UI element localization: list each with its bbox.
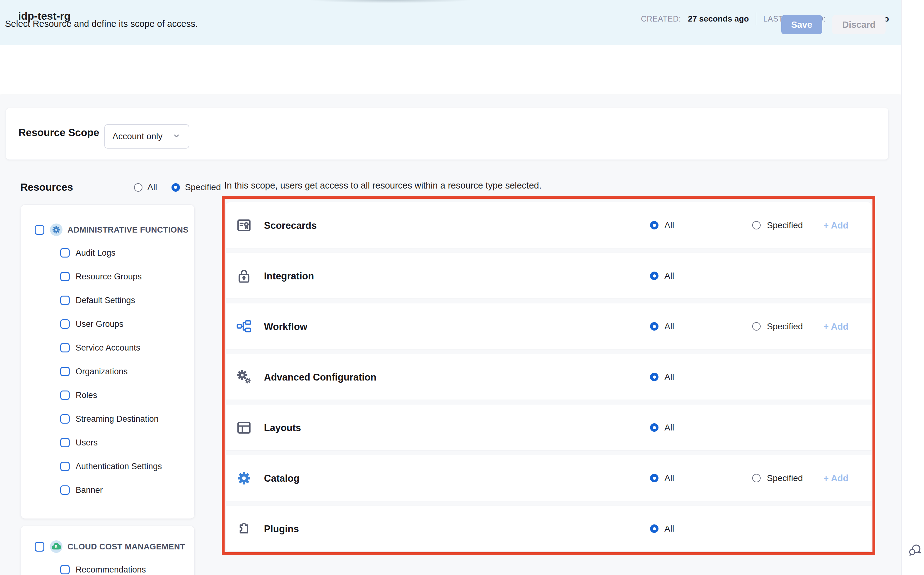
scope-row-catalog: Catalog All Specified+ Add — [226, 455, 871, 501]
item-label: Default Settings — [76, 295, 135, 305]
scope-row-workflow: Workflow All Specified+ Add — [226, 303, 871, 349]
scope-row-advanced-configuration: Advanced Configuration All — [226, 354, 871, 400]
row-radio-all-label[interactable]: All — [664, 423, 674, 433]
row-radio-all[interactable] — [650, 524, 658, 533]
scope-row-scorecards: Scorecards All Specified+ Add — [226, 202, 871, 248]
item-checkbox[interactable] — [60, 295, 70, 305]
scope-info-text: In this scope, users get access to all r… — [224, 180, 542, 191]
resource-type-item: Default Settings — [21, 288, 194, 312]
item-checkbox[interactable] — [60, 438, 70, 447]
resource-type-item: User Groups — [21, 312, 194, 336]
resource-type-item: Users — [21, 431, 194, 454]
resource-scope-value: Account only — [112, 132, 166, 141]
scope-row-plugins: Plugins All — [226, 506, 871, 551]
resource-type-item: Service Accounts — [21, 336, 194, 360]
row-radio-specified-label[interactable]: Specified — [767, 321, 803, 332]
row-radio-all-label[interactable]: All — [664, 372, 674, 382]
created-value: 27 seconds ago — [688, 14, 749, 24]
resource-type-item: Streaming Destination — [21, 407, 194, 431]
resource-scope-card: Resource Scope Account only — [6, 108, 889, 160]
row-radio-specified-label[interactable]: Specified — [767, 221, 803, 230]
item-label: Organizations — [76, 367, 128, 376]
group-checkbox[interactable] — [35, 225, 45, 235]
action-toolbar — [0, 46, 901, 94]
resources-radio-specified-label[interactable]: Specified — [185, 182, 221, 192]
group-name: CLOUD COST MANAGEMENT — [67, 542, 185, 551]
scorecards-icon — [236, 217, 252, 233]
row-radio-specified[interactable] — [752, 221, 761, 229]
item-checkbox[interactable] — [60, 462, 70, 471]
lock-icon — [236, 268, 252, 284]
item-label: Resource Groups — [76, 272, 142, 281]
resources-title: Resources — [20, 181, 73, 193]
resource-scope-dropdown[interactable]: Account only — [104, 124, 189, 149]
resource-group-card-1: ADMINISTRATIVE FUNCTIONS Audit Logs Reso… — [21, 205, 194, 519]
resource-row-label: Layouts — [264, 423, 301, 434]
row-radio-specified-label[interactable]: Specified — [767, 473, 803, 483]
item-label: User Groups — [76, 319, 123, 329]
row-radio-all[interactable] — [650, 272, 658, 280]
resources-radio-specified[interactable] — [172, 183, 180, 192]
row-add-link[interactable]: + Add — [824, 473, 848, 483]
resource-group-card-2: $ CLOUD COST MANAGEMENT Recommendations — [21, 526, 194, 575]
resource-type-item: Roles — [21, 383, 194, 407]
row-radio-all[interactable] — [650, 474, 658, 482]
resource-type-item: Authentication Settings — [21, 454, 194, 478]
resource-row-label: Catalog — [264, 473, 300, 484]
resource-type-item: Organizations — [21, 360, 194, 383]
item-checkbox[interactable] — [60, 414, 70, 424]
item-checkbox[interactable] — [60, 367, 70, 376]
row-radio-all-label[interactable]: All — [664, 524, 674, 534]
item-checkbox[interactable] — [60, 319, 70, 329]
item-checkbox[interactable] — [60, 272, 70, 281]
chat-bubbles-icon[interactable] — [907, 543, 922, 557]
gear-solid-icon — [236, 470, 252, 486]
row-radio-all[interactable] — [650, 423, 658, 432]
row-radio-specified[interactable] — [752, 474, 761, 482]
resources-radio-all[interactable] — [134, 183, 142, 192]
workflow-icon — [236, 318, 252, 335]
meta-divider — [756, 13, 756, 25]
row-radio-all-label[interactable]: All — [664, 473, 674, 483]
item-label: Recommendations — [76, 565, 146, 575]
row-radio-specified[interactable] — [752, 322, 761, 330]
item-label: Service Accounts — [76, 343, 140, 353]
resource-type-item: Banner — [21, 478, 194, 502]
discard-button[interactable]: Discard — [832, 15, 886, 34]
resource-type-item: Resource Groups — [21, 265, 194, 288]
resource-row-label: Integration — [264, 271, 314, 282]
resources-radio-all-label[interactable]: All — [147, 182, 157, 192]
item-checkbox[interactable] — [60, 485, 70, 495]
row-add-link[interactable]: + Add — [824, 221, 848, 231]
item-label: Roles — [76, 391, 97, 400]
row-radio-all[interactable] — [650, 221, 658, 229]
item-checkbox[interactable] — [60, 343, 70, 353]
scope-row-layouts: Layouts All — [226, 405, 871, 450]
row-radio-all-label[interactable]: All — [664, 321, 674, 332]
gear-badge-icon — [50, 224, 62, 236]
row-add-link[interactable]: + Add — [824, 321, 848, 332]
group-name: ADMINISTRATIVE FUNCTIONS — [67, 225, 189, 235]
resource-type-item: Recommendations — [21, 558, 194, 575]
item-label: Streaming Destination — [76, 414, 159, 424]
gears-icon — [236, 369, 252, 385]
created-label: CREATED: — [641, 14, 681, 24]
resource-row-label: Plugins — [264, 524, 299, 535]
resource-scope-label: Resource Scope — [18, 127, 99, 138]
resource-group-header: $ CLOUD COST MANAGEMENT — [21, 538, 194, 555]
row-radio-all[interactable] — [650, 373, 658, 381]
cloud-dollar-icon: $ — [50, 540, 62, 553]
resources-panel-header: Resources All Specified — [20, 179, 221, 196]
row-radio-all-label[interactable]: All — [664, 271, 674, 281]
row-radio-all[interactable] — [650, 322, 658, 330]
group-checkbox[interactable] — [35, 542, 45, 551]
save-button[interactable]: Save — [781, 15, 822, 34]
toolbar-description: Select Resource and define its scope of … — [5, 19, 198, 29]
item-label: Authentication Settings — [76, 462, 162, 471]
item-checkbox[interactable] — [60, 565, 70, 574]
resource-group-header: ADMINISTRATIVE FUNCTIONS — [21, 222, 194, 238]
resource-type-item: Audit Logs — [21, 241, 194, 265]
item-checkbox[interactable] — [60, 248, 70, 257]
row-radio-all-label[interactable]: All — [664, 221, 674, 230]
item-checkbox[interactable] — [60, 391, 70, 400]
